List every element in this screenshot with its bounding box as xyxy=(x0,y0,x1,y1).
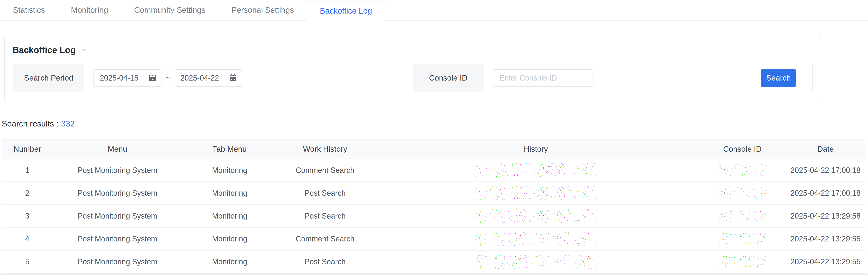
cell-history-redacted xyxy=(373,255,699,269)
cell-tab-menu: Monitoring xyxy=(182,257,277,266)
cell-console-id-redacted xyxy=(699,164,786,176)
cell-menu: Post Monitoring System xyxy=(53,257,182,266)
cell-work-history: Comment Search xyxy=(277,166,373,175)
search-period-group: Search Period xyxy=(13,64,413,92)
cell-tab-menu: Monitoring xyxy=(182,235,277,243)
table-row: 3 Post Monitoring System Monitoring Post… xyxy=(2,205,865,228)
console-id-label: Console ID xyxy=(413,64,484,92)
cell-date: 2025-04-22 17:00:18 xyxy=(786,189,865,197)
tab-monitoring[interactable]: Monitoring xyxy=(58,0,121,20)
search-period-fields: ~ xyxy=(84,64,242,92)
pixelated-text xyxy=(718,187,767,199)
cell-number: 1 xyxy=(2,166,53,175)
cell-console-id-redacted xyxy=(699,233,786,245)
header-console-id: Console ID xyxy=(699,145,786,154)
calendar-icon[interactable] xyxy=(148,73,157,83)
backoffice-log-table: Number Menu Tab Menu Work History Histor… xyxy=(2,139,865,274)
cell-tab-menu: Monitoring xyxy=(182,189,277,197)
pixelated-text xyxy=(473,209,599,223)
date-from-field[interactable] xyxy=(93,69,161,87)
search-results-line: Search results : 332 xyxy=(2,119,868,128)
table-row: 1 Post Monitoring System Monitoring Comm… xyxy=(2,159,865,182)
collapse-panel-button[interactable] xyxy=(81,48,88,52)
cell-date: 2025-04-22 13:29:55 xyxy=(786,235,865,243)
pixelated-text xyxy=(718,256,767,268)
console-id-group: Console ID xyxy=(413,64,812,92)
search-period-label: Search Period xyxy=(13,64,84,92)
cell-number: 5 xyxy=(2,257,53,266)
viewport-cutoff-strip xyxy=(0,274,868,275)
tab-personal-settings[interactable]: Personal Settings xyxy=(218,0,307,20)
cell-date: 2025-04-22 13:29:58 xyxy=(786,212,865,220)
cell-number: 3 xyxy=(2,212,53,220)
cell-history-redacted xyxy=(373,163,699,177)
header-number: Number xyxy=(2,145,53,154)
cell-console-id-redacted xyxy=(699,256,786,268)
cell-menu: Post Monitoring System xyxy=(53,166,182,175)
cell-number: 4 xyxy=(2,235,53,243)
tab-statistics[interactable]: Statistics xyxy=(0,0,58,20)
cell-work-history: Post Search xyxy=(277,189,373,197)
table-header-row: Number Menu Tab Menu Work History Histor… xyxy=(2,140,865,159)
cell-console-id-redacted xyxy=(699,210,786,222)
search-button[interactable]: Search xyxy=(761,69,796,87)
cell-work-history: Post Search xyxy=(277,212,373,220)
cell-tab-menu: Monitoring xyxy=(182,212,277,220)
cell-console-id-redacted xyxy=(699,187,786,199)
search-results-label: Search results : xyxy=(2,119,59,128)
pixelated-text xyxy=(718,164,767,176)
cell-date: 2025-04-22 13:29:55 xyxy=(786,257,865,266)
cell-number: 2 xyxy=(2,189,53,197)
pixelated-text xyxy=(473,186,599,200)
calendar-icon[interactable] xyxy=(228,73,238,83)
tab-backoffice-log[interactable]: Backoffice Log xyxy=(307,1,385,21)
table-row: 4 Post Monitoring System Monitoring Comm… xyxy=(2,228,865,251)
tab-community-settings[interactable]: Community Settings xyxy=(121,0,218,20)
pixelated-text xyxy=(718,233,767,245)
cell-history-redacted xyxy=(373,209,699,223)
chevron-up-icon xyxy=(81,48,88,52)
date-from-input[interactable] xyxy=(100,73,144,83)
header-work-history: Work History xyxy=(277,145,373,154)
header-date: Date xyxy=(786,145,865,154)
panel-header: Backoffice Log xyxy=(5,34,822,57)
date-to-input[interactable] xyxy=(180,73,224,83)
header-menu: Menu xyxy=(53,145,182,154)
cell-work-history: Comment Search xyxy=(277,235,373,243)
cell-date: 2025-04-22 17:00:18 xyxy=(786,166,865,175)
cell-menu: Post Monitoring System xyxy=(53,212,182,220)
search-results-count: 332 xyxy=(61,119,75,128)
pixelated-text xyxy=(718,210,767,222)
cell-tab-menu: Monitoring xyxy=(182,166,277,175)
cell-history-redacted xyxy=(373,232,699,246)
panel-title: Backoffice Log xyxy=(12,43,76,57)
pixelated-text xyxy=(473,232,599,246)
cell-work-history: Post Search xyxy=(277,257,373,266)
table-row: 2 Post Monitoring System Monitoring Post… xyxy=(2,182,865,205)
pixelated-text xyxy=(473,255,599,269)
table-row: 5 Post Monitoring System Monitoring Post… xyxy=(2,251,865,274)
search-form-row: Search Period xyxy=(12,64,813,92)
cell-history-redacted xyxy=(373,186,699,200)
cell-menu: Post Monitoring System xyxy=(53,189,182,197)
pixelated-text xyxy=(473,163,599,177)
date-range-separator: ~ xyxy=(165,73,170,83)
console-id-input[interactable] xyxy=(493,69,593,87)
cell-menu: Post Monitoring System xyxy=(53,235,182,243)
date-to-field[interactable] xyxy=(174,69,242,87)
header-history: History xyxy=(373,145,699,154)
backoffice-log-panel: Backoffice Log Search Period xyxy=(4,34,822,103)
tab-bar: Statistics Monitoring Community Settings… xyxy=(0,0,868,21)
header-tab-menu: Tab Menu xyxy=(182,145,277,154)
console-id-fields xyxy=(484,64,593,92)
